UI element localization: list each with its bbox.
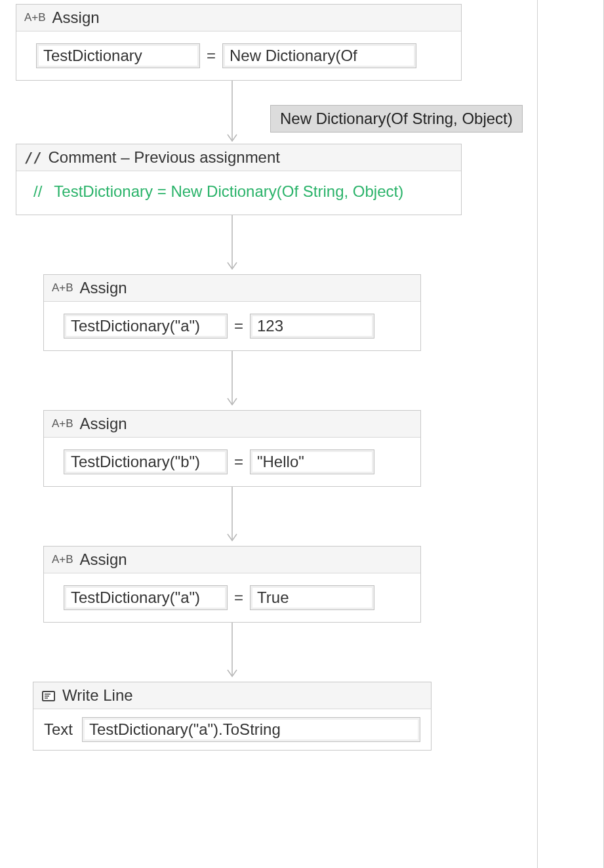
assign-to-input[interactable]: TestDictionary("a") (64, 585, 228, 610)
assign-value-input[interactable]: 123 (250, 314, 374, 339)
activity-title: Assign (80, 415, 127, 433)
assign-activity-1[interactable]: A+B Assign TestDictionary = New Dictiona… (16, 4, 462, 81)
activity-header[interactable]: // Comment – Previous assignment (16, 144, 461, 171)
activity-header[interactable]: Write Line (33, 682, 431, 709)
comment-icon: // (24, 150, 42, 166)
writeline-activity[interactable]: Write Line Text TestDictionary("a").ToSt… (33, 682, 432, 751)
activity-title: Assign (80, 279, 127, 297)
activity-header[interactable]: A+B Assign (44, 411, 420, 438)
assign-activity-3[interactable]: A+B Assign TestDictionary("b") = "Hello" (43, 410, 421, 487)
workflow-canvas[interactable]: A+B Assign TestDictionary = New Dictiona… (0, 0, 604, 868)
flow-connector (232, 215, 232, 274)
activity-header[interactable]: A+B Assign (44, 275, 420, 302)
assign-icon: A+B (52, 553, 73, 566)
activity-header[interactable]: A+B Assign (16, 5, 461, 31)
assign-value-input[interactable]: "Hello" (250, 449, 374, 474)
assign-to-input[interactable]: TestDictionary (36, 43, 200, 68)
activity-title: Assign (52, 9, 100, 27)
equals-label: = (234, 317, 243, 335)
comment-activity[interactable]: // Comment – Previous assignment // Test… (16, 144, 462, 215)
flow-connector (232, 351, 232, 410)
assign-value-input[interactable]: New Dictionary(Of (222, 43, 416, 68)
equals-label: = (207, 47, 216, 65)
activity-header[interactable]: A+B Assign (44, 547, 420, 573)
flow-connector (232, 81, 232, 146)
assign-icon: A+B (24, 11, 46, 24)
writeline-icon (41, 689, 56, 702)
activity-title: Write Line (62, 686, 133, 705)
text-label: Text (44, 720, 73, 739)
writeline-text-input[interactable]: TestDictionary("a").ToString (82, 717, 420, 742)
flow-connector (232, 487, 232, 546)
assign-value-input[interactable]: True (250, 585, 374, 610)
comment-text: TestDictionary = New Dictionary(Of Strin… (54, 180, 403, 203)
comment-slashes: // (33, 180, 42, 203)
flow-connector (232, 623, 232, 682)
sequence-border-right (537, 0, 538, 868)
assign-icon: A+B (52, 417, 73, 430)
assign-icon: A+B (52, 281, 73, 295)
assign-activity-4[interactable]: A+B Assign TestDictionary("a") = True (43, 546, 421, 623)
assign-activity-2[interactable]: A+B Assign TestDictionary("a") = 123 (43, 274, 421, 351)
comment-body[interactable]: // TestDictionary = New Dictionary(Of St… (16, 171, 461, 215)
equals-label: = (234, 453, 243, 471)
expression-tooltip: New Dictionary(Of String, Object) (270, 105, 523, 133)
activity-title: Comment – Previous assignment (49, 148, 280, 167)
assign-to-input[interactable]: TestDictionary("b") (64, 449, 228, 474)
equals-label: = (234, 589, 243, 607)
assign-to-input[interactable]: TestDictionary("a") (64, 314, 228, 339)
activity-title: Assign (80, 550, 127, 569)
